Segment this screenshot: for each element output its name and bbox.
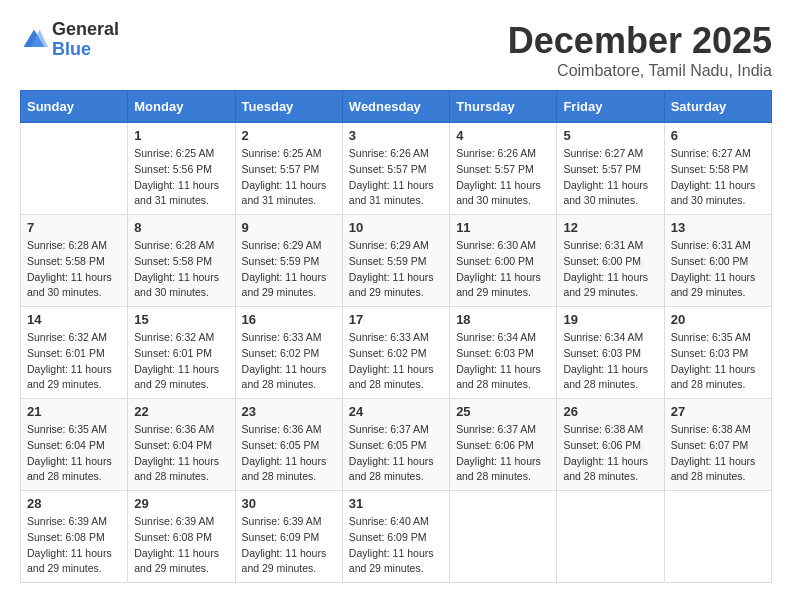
calendar-cell <box>557 491 664 583</box>
day-info: Sunrise: 6:31 AM Sunset: 6:00 PM Dayligh… <box>671 238 765 301</box>
day-info: Sunrise: 6:30 AM Sunset: 6:00 PM Dayligh… <box>456 238 550 301</box>
calendar-cell: 10Sunrise: 6:29 AM Sunset: 5:59 PM Dayli… <box>342 215 449 307</box>
calendar-cell: 1Sunrise: 6:25 AM Sunset: 5:56 PM Daylig… <box>128 123 235 215</box>
day-number: 9 <box>242 220 336 235</box>
day-info: Sunrise: 6:25 AM Sunset: 5:56 PM Dayligh… <box>134 146 228 209</box>
day-number: 5 <box>563 128 657 143</box>
calendar-header-row: SundayMondayTuesdayWednesdayThursdayFrid… <box>21 91 772 123</box>
day-info: Sunrise: 6:37 AM Sunset: 6:06 PM Dayligh… <box>456 422 550 485</box>
day-number: 15 <box>134 312 228 327</box>
calendar-cell: 28Sunrise: 6:39 AM Sunset: 6:08 PM Dayli… <box>21 491 128 583</box>
header-saturday: Saturday <box>664 91 771 123</box>
day-number: 20 <box>671 312 765 327</box>
calendar-cell: 19Sunrise: 6:34 AM Sunset: 6:03 PM Dayli… <box>557 307 664 399</box>
page-header: General Blue December 2025 Coimbatore, T… <box>20 20 772 80</box>
logo-general: General <box>52 20 119 40</box>
calendar-cell: 22Sunrise: 6:36 AM Sunset: 6:04 PM Dayli… <box>128 399 235 491</box>
logo-blue: Blue <box>52 40 119 60</box>
calendar-cell: 17Sunrise: 6:33 AM Sunset: 6:02 PM Dayli… <box>342 307 449 399</box>
day-number: 27 <box>671 404 765 419</box>
day-info: Sunrise: 6:38 AM Sunset: 6:06 PM Dayligh… <box>563 422 657 485</box>
calendar-cell: 7Sunrise: 6:28 AM Sunset: 5:58 PM Daylig… <box>21 215 128 307</box>
day-number: 21 <box>27 404 121 419</box>
calendar-cell: 29Sunrise: 6:39 AM Sunset: 6:08 PM Dayli… <box>128 491 235 583</box>
day-info: Sunrise: 6:34 AM Sunset: 6:03 PM Dayligh… <box>563 330 657 393</box>
day-info: Sunrise: 6:32 AM Sunset: 6:01 PM Dayligh… <box>27 330 121 393</box>
day-info: Sunrise: 6:35 AM Sunset: 6:04 PM Dayligh… <box>27 422 121 485</box>
calendar-cell: 2Sunrise: 6:25 AM Sunset: 5:57 PM Daylig… <box>235 123 342 215</box>
day-number: 7 <box>27 220 121 235</box>
day-number: 23 <box>242 404 336 419</box>
calendar-cell: 9Sunrise: 6:29 AM Sunset: 5:59 PM Daylig… <box>235 215 342 307</box>
calendar-cell <box>664 491 771 583</box>
day-info: Sunrise: 6:40 AM Sunset: 6:09 PM Dayligh… <box>349 514 443 577</box>
day-number: 17 <box>349 312 443 327</box>
logo-icon <box>20 26 48 54</box>
calendar-week-4: 21Sunrise: 6:35 AM Sunset: 6:04 PM Dayli… <box>21 399 772 491</box>
calendar-cell: 14Sunrise: 6:32 AM Sunset: 6:01 PM Dayli… <box>21 307 128 399</box>
day-info: Sunrise: 6:36 AM Sunset: 6:05 PM Dayligh… <box>242 422 336 485</box>
header-friday: Friday <box>557 91 664 123</box>
day-info: Sunrise: 6:32 AM Sunset: 6:01 PM Dayligh… <box>134 330 228 393</box>
calendar-cell: 31Sunrise: 6:40 AM Sunset: 6:09 PM Dayli… <box>342 491 449 583</box>
day-number: 25 <box>456 404 550 419</box>
calendar-week-5: 28Sunrise: 6:39 AM Sunset: 6:08 PM Dayli… <box>21 491 772 583</box>
calendar-week-3: 14Sunrise: 6:32 AM Sunset: 6:01 PM Dayli… <box>21 307 772 399</box>
location: Coimbatore, Tamil Nadu, India <box>508 62 772 80</box>
calendar-cell: 25Sunrise: 6:37 AM Sunset: 6:06 PM Dayli… <box>450 399 557 491</box>
day-info: Sunrise: 6:39 AM Sunset: 6:08 PM Dayligh… <box>134 514 228 577</box>
calendar-cell: 18Sunrise: 6:34 AM Sunset: 6:03 PM Dayli… <box>450 307 557 399</box>
calendar-cell: 16Sunrise: 6:33 AM Sunset: 6:02 PM Dayli… <box>235 307 342 399</box>
day-number: 16 <box>242 312 336 327</box>
day-number: 29 <box>134 496 228 511</box>
day-info: Sunrise: 6:39 AM Sunset: 6:08 PM Dayligh… <box>27 514 121 577</box>
header-sunday: Sunday <box>21 91 128 123</box>
day-number: 28 <box>27 496 121 511</box>
calendar-cell <box>450 491 557 583</box>
day-number: 22 <box>134 404 228 419</box>
calendar-cell: 26Sunrise: 6:38 AM Sunset: 6:06 PM Dayli… <box>557 399 664 491</box>
calendar-cell: 3Sunrise: 6:26 AM Sunset: 5:57 PM Daylig… <box>342 123 449 215</box>
day-info: Sunrise: 6:36 AM Sunset: 6:04 PM Dayligh… <box>134 422 228 485</box>
calendar-cell: 15Sunrise: 6:32 AM Sunset: 6:01 PM Dayli… <box>128 307 235 399</box>
day-info: Sunrise: 6:29 AM Sunset: 5:59 PM Dayligh… <box>349 238 443 301</box>
calendar-table: SundayMondayTuesdayWednesdayThursdayFrid… <box>20 90 772 583</box>
calendar-cell: 8Sunrise: 6:28 AM Sunset: 5:58 PM Daylig… <box>128 215 235 307</box>
calendar-cell: 12Sunrise: 6:31 AM Sunset: 6:00 PM Dayli… <box>557 215 664 307</box>
calendar-cell: 20Sunrise: 6:35 AM Sunset: 6:03 PM Dayli… <box>664 307 771 399</box>
calendar-cell: 30Sunrise: 6:39 AM Sunset: 6:09 PM Dayli… <box>235 491 342 583</box>
day-info: Sunrise: 6:29 AM Sunset: 5:59 PM Dayligh… <box>242 238 336 301</box>
day-info: Sunrise: 6:31 AM Sunset: 6:00 PM Dayligh… <box>563 238 657 301</box>
day-info: Sunrise: 6:27 AM Sunset: 5:58 PM Dayligh… <box>671 146 765 209</box>
calendar-cell: 6Sunrise: 6:27 AM Sunset: 5:58 PM Daylig… <box>664 123 771 215</box>
day-info: Sunrise: 6:25 AM Sunset: 5:57 PM Dayligh… <box>242 146 336 209</box>
calendar-cell: 24Sunrise: 6:37 AM Sunset: 6:05 PM Dayli… <box>342 399 449 491</box>
day-info: Sunrise: 6:33 AM Sunset: 6:02 PM Dayligh… <box>242 330 336 393</box>
day-number: 14 <box>27 312 121 327</box>
day-number: 1 <box>134 128 228 143</box>
header-monday: Monday <box>128 91 235 123</box>
calendar-cell: 21Sunrise: 6:35 AM Sunset: 6:04 PM Dayli… <box>21 399 128 491</box>
header-wednesday: Wednesday <box>342 91 449 123</box>
month-title: December 2025 <box>508 20 772 62</box>
day-info: Sunrise: 6:37 AM Sunset: 6:05 PM Dayligh… <box>349 422 443 485</box>
header-thursday: Thursday <box>450 91 557 123</box>
day-number: 6 <box>671 128 765 143</box>
title-section: December 2025 Coimbatore, Tamil Nadu, In… <box>508 20 772 80</box>
day-info: Sunrise: 6:28 AM Sunset: 5:58 PM Dayligh… <box>27 238 121 301</box>
day-number: 24 <box>349 404 443 419</box>
logo: General Blue <box>20 20 119 60</box>
day-number: 10 <box>349 220 443 235</box>
day-info: Sunrise: 6:33 AM Sunset: 6:02 PM Dayligh… <box>349 330 443 393</box>
day-number: 13 <box>671 220 765 235</box>
day-number: 4 <box>456 128 550 143</box>
calendar-cell: 13Sunrise: 6:31 AM Sunset: 6:00 PM Dayli… <box>664 215 771 307</box>
day-info: Sunrise: 6:39 AM Sunset: 6:09 PM Dayligh… <box>242 514 336 577</box>
calendar-cell: 27Sunrise: 6:38 AM Sunset: 6:07 PM Dayli… <box>664 399 771 491</box>
calendar-cell: 5Sunrise: 6:27 AM Sunset: 5:57 PM Daylig… <box>557 123 664 215</box>
calendar-cell: 4Sunrise: 6:26 AM Sunset: 5:57 PM Daylig… <box>450 123 557 215</box>
day-info: Sunrise: 6:26 AM Sunset: 5:57 PM Dayligh… <box>349 146 443 209</box>
calendar-cell: 11Sunrise: 6:30 AM Sunset: 6:00 PM Dayli… <box>450 215 557 307</box>
calendar-week-1: 1Sunrise: 6:25 AM Sunset: 5:56 PM Daylig… <box>21 123 772 215</box>
calendar-cell: 23Sunrise: 6:36 AM Sunset: 6:05 PM Dayli… <box>235 399 342 491</box>
